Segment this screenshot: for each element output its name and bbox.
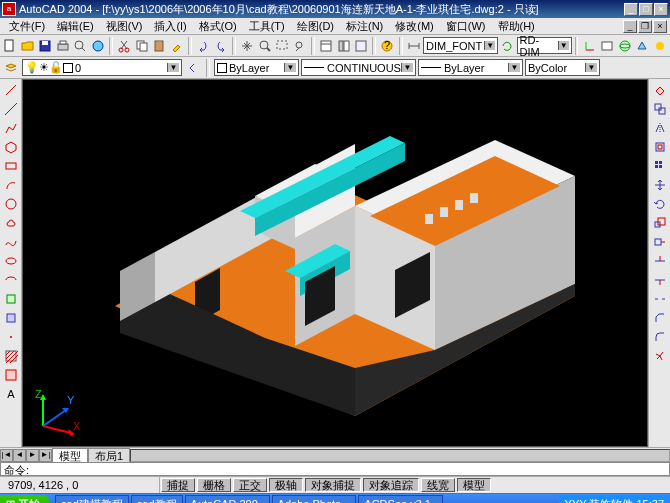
minimize-button[interactable]: _ (624, 3, 638, 16)
dimtype-combo[interactable]: RD-DIM▼ (517, 37, 572, 54)
menu-modify[interactable]: 修改(M) (389, 18, 440, 35)
otrack-toggle[interactable]: 对象追踪 (363, 478, 419, 492)
extend-button[interactable] (651, 271, 669, 289)
trim-button[interactable] (651, 252, 669, 270)
osnap-toggle[interactable]: 对象捕捉 (305, 478, 361, 492)
ortho-toggle[interactable]: 正交 (233, 478, 267, 492)
rotate-button[interactable] (651, 195, 669, 213)
hatch-button[interactable] (2, 347, 20, 365)
dropdown-icon[interactable]: ▼ (284, 63, 296, 72)
dim-icon[interactable] (406, 37, 423, 55)
shade-button[interactable] (634, 37, 651, 55)
xline-button[interactable] (2, 100, 20, 118)
redo-button[interactable] (212, 37, 229, 55)
pan-button[interactable] (239, 37, 256, 55)
doc-minimize-button[interactable]: _ (623, 20, 637, 33)
polygon-button[interactable] (2, 138, 20, 156)
ucs-icon-button[interactable] (581, 37, 598, 55)
tab-layout1[interactable]: 布局1 (88, 448, 130, 462)
view-button[interactable] (599, 37, 616, 55)
fillet-button[interactable] (651, 328, 669, 346)
menu-help[interactable]: 帮助(H) (492, 18, 541, 35)
menu-file[interactable]: 文件(F) (3, 18, 51, 35)
dropdown-icon[interactable]: ▼ (484, 41, 495, 50)
point-button[interactable] (2, 328, 20, 346)
dropdown-icon[interactable]: ▼ (401, 63, 413, 72)
arc-button[interactable] (2, 176, 20, 194)
dropdown-icon[interactable]: ▼ (508, 63, 520, 72)
lineweight-combo[interactable]: ByLayer▼ (418, 59, 523, 76)
offset-button[interactable] (651, 138, 669, 156)
taskbar-item[interactable]: AutoCAD 200... (185, 495, 270, 503)
help-button[interactable]: ? (379, 37, 396, 55)
menu-edit[interactable]: 编辑(E) (51, 18, 100, 35)
break-button[interactable] (651, 290, 669, 308)
taskbar-item[interactable]: cad建模教程 (55, 495, 129, 503)
paste-button[interactable] (151, 37, 168, 55)
snap-toggle[interactable]: 捕捉 (161, 478, 195, 492)
pline-button[interactable] (2, 119, 20, 137)
copyobj-button[interactable] (651, 100, 669, 118)
copy-button[interactable] (134, 37, 151, 55)
hscrollbar[interactable] (130, 449, 670, 462)
move-button[interactable] (651, 176, 669, 194)
array-button[interactable] (651, 157, 669, 175)
new-button[interactable] (2, 37, 19, 55)
close-button[interactable]: × (654, 3, 668, 16)
preview-button[interactable] (72, 37, 89, 55)
block-button[interactable] (2, 309, 20, 327)
tab-first-button[interactable]: |◄ (0, 449, 13, 462)
menu-insert[interactable]: 插入(I) (148, 18, 192, 35)
3dorbit-button[interactable] (616, 37, 633, 55)
dropdown-icon[interactable]: ▼ (585, 63, 597, 72)
doc-restore-button[interactable]: ❐ (638, 20, 652, 33)
circle-button[interactable] (2, 195, 20, 213)
taskbar-item[interactable]: cad教程 (131, 495, 183, 503)
plot-button[interactable] (55, 37, 72, 55)
dimstyle-combo[interactable]: DIM_FONT▼ (423, 37, 498, 54)
taskbar-item[interactable]: Adobe Photo... (272, 495, 357, 503)
doc-close-button[interactable]: × (653, 20, 667, 33)
zoom-prev-button[interactable] (291, 37, 308, 55)
menu-view[interactable]: 视图(V) (100, 18, 149, 35)
zoom-window-button[interactable] (274, 37, 291, 55)
revcloud-button[interactable] (2, 214, 20, 232)
save-button[interactable] (37, 37, 54, 55)
tab-last-button[interactable]: ►| (39, 449, 52, 462)
designcenter-button[interactable] (335, 37, 352, 55)
menu-tools[interactable]: 工具(T) (243, 18, 291, 35)
properties-button[interactable] (318, 37, 335, 55)
erase-button[interactable] (651, 81, 669, 99)
grid-toggle[interactable]: 栅格 (197, 478, 231, 492)
dropdown-icon[interactable]: ▼ (558, 41, 569, 50)
taskbar-item[interactable]: ACDSee v3.1... (358, 495, 443, 503)
insert-button[interactable] (2, 290, 20, 308)
system-tray[interactable]: YYY 装饰软件 15:37 (559, 495, 670, 504)
maximize-button[interactable]: □ (639, 3, 653, 16)
publish-button[interactable] (90, 37, 107, 55)
zoom-realtime-button[interactable] (256, 37, 273, 55)
model-toggle[interactable]: 模型 (457, 478, 491, 492)
chamfer-button[interactable] (651, 309, 669, 327)
spline-button[interactable] (2, 233, 20, 251)
mirror-button[interactable] (651, 119, 669, 137)
undo-button[interactable] (195, 37, 212, 55)
toolpalettes-button[interactable] (353, 37, 370, 55)
tab-model[interactable]: 模型 (52, 448, 88, 462)
tab-prev-button[interactable]: ◄ (13, 449, 26, 462)
dim-update-button[interactable] (499, 37, 516, 55)
explode-button[interactable] (651, 347, 669, 365)
render-button[interactable] (652, 37, 669, 55)
polar-toggle[interactable]: 极轴 (269, 478, 303, 492)
command-line[interactable]: 命令: (0, 462, 670, 476)
line-button[interactable] (2, 81, 20, 99)
ellipsearc-button[interactable] (2, 271, 20, 289)
linetype-combo[interactable]: CONTINUOUS▼ (301, 59, 416, 76)
plotstyle-combo[interactable]: ByColor▼ (525, 59, 600, 76)
scale-button[interactable] (651, 214, 669, 232)
text-button[interactable]: A (2, 385, 20, 403)
stretch-button[interactable] (651, 233, 669, 251)
cut-button[interactable] (116, 37, 133, 55)
layer-prev-button[interactable] (184, 59, 202, 77)
dropdown-icon[interactable]: ▼ (167, 63, 179, 72)
